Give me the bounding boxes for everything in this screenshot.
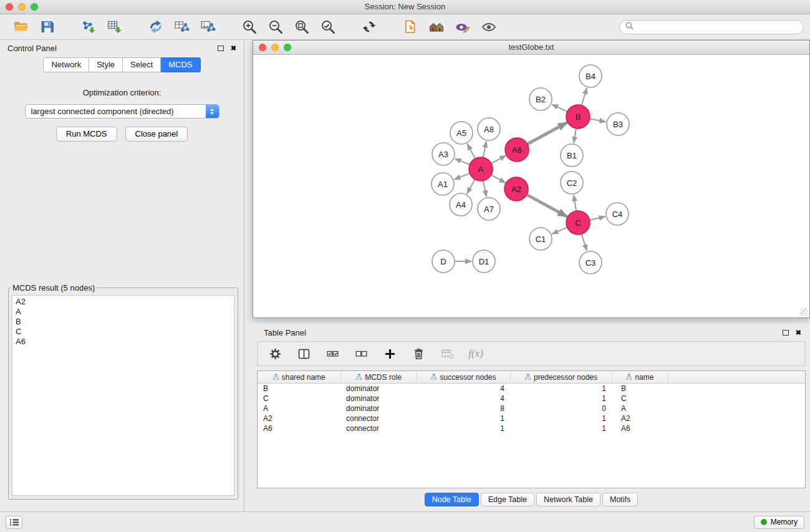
tab-mcds[interactable]: MCDS <box>161 57 200 72</box>
minimize-window-button[interactable] <box>18 3 26 11</box>
close-panel-button[interactable]: Close panel <box>125 127 188 142</box>
graph-edge-A2-C[interactable] <box>526 195 567 217</box>
network-table-icon[interactable] <box>171 16 193 37</box>
graph-edge-A-A6[interactable] <box>491 155 506 163</box>
search-input[interactable] <box>637 22 798 32</box>
table-cell[interactable]: dominator <box>340 404 417 414</box>
zoom-fit-icon[interactable] <box>291 16 313 37</box>
table-cell[interactable]: A6 <box>612 423 668 433</box>
table-cell[interactable]: 1 <box>510 414 612 423</box>
delete-table-icon[interactable] <box>439 346 455 362</box>
table-cell[interactable]: A <box>612 404 668 414</box>
graph-edge-B-B2[interactable] <box>552 104 568 112</box>
table-cell[interactable]: 1 <box>510 394 612 404</box>
table-cell[interactable]: 4 <box>417 394 510 404</box>
tab-network[interactable]: Network <box>43 57 89 72</box>
table-cell[interactable]: 1 <box>417 423 510 433</box>
zoom-in-icon[interactable] <box>238 16 261 37</box>
refresh-icon[interactable] <box>358 16 380 37</box>
graph-edge-B-B3[interactable] <box>589 118 606 122</box>
graph-edge-A-A3[interactable] <box>455 158 471 165</box>
save-icon[interactable] <box>36 16 59 37</box>
table-row[interactable]: A2connector11A2 <box>258 414 805 423</box>
result-item[interactable]: B <box>12 317 234 327</box>
table-cell[interactable]: 0 <box>510 404 612 414</box>
deselect-all-icon[interactable] <box>353 346 369 362</box>
search-field[interactable] <box>619 20 804 34</box>
panel-selector-button[interactable] <box>6 516 22 529</box>
style-eye-icon[interactable] <box>451 16 474 37</box>
table-cell[interactable]: B <box>612 384 668 394</box>
table-cell[interactable]: A6 <box>258 423 340 433</box>
table-row[interactable]: Cdominator41C <box>258 394 805 404</box>
columns-icon[interactable] <box>296 346 312 362</box>
gear-icon[interactable] <box>267 346 283 362</box>
function-builder-icon[interactable]: f(x) <box>468 346 484 362</box>
import-table-icon[interactable] <box>104 16 126 37</box>
table-cell[interactable]: A2 <box>612 414 668 423</box>
open-folder-icon[interactable] <box>10 16 32 37</box>
select-all-icon[interactable] <box>324 346 340 362</box>
column-header-predecessor-nodes[interactable]: predecessor nodes <box>510 371 612 384</box>
close-window-button[interactable] <box>6 3 13 11</box>
network-image-icon[interactable] <box>197 16 219 37</box>
graph-edge-A-A5[interactable] <box>467 144 475 159</box>
graph-edge-C-C2[interactable] <box>574 195 576 211</box>
import-network-icon[interactable] <box>77 16 100 37</box>
tab-edge-table[interactable]: Edge Table <box>481 493 534 506</box>
close-panel-icon[interactable]: ✖ <box>231 45 236 52</box>
tab-style[interactable]: Style <box>89 57 123 72</box>
graph-edge-C-C4[interactable] <box>589 216 605 220</box>
graph-edge-A-A7[interactable] <box>483 180 486 197</box>
tab-network-table[interactable]: Network Table <box>536 493 600 506</box>
table-cell[interactable]: 4 <box>417 384 510 394</box>
network-zoom-button[interactable] <box>284 44 291 51</box>
float-panel-icon[interactable] <box>218 46 224 51</box>
table-cell[interactable]: dominator <box>340 394 417 404</box>
table-cell[interactable]: dominator <box>340 384 417 394</box>
resize-grip[interactable] <box>800 308 808 316</box>
session-doc-icon[interactable] <box>399 16 422 37</box>
float-table-panel-icon[interactable] <box>783 330 789 336</box>
tab-motifs[interactable]: Motifs <box>602 493 638 506</box>
graph-edge-A6-B[interactable] <box>527 123 567 145</box>
new-network-icon[interactable] <box>145 16 167 37</box>
table-cell[interactable]: connector <box>340 423 417 433</box>
result-item[interactable]: C <box>12 327 234 337</box>
delete-row-icon[interactable] <box>410 346 427 362</box>
result-item[interactable]: A6 <box>12 337 234 347</box>
column-header-successor-nodes[interactable]: successor nodes <box>417 371 510 384</box>
tab-node-table[interactable]: Node Table <box>425 493 479 506</box>
graph-edge-B-B1[interactable] <box>574 128 576 143</box>
eye-icon[interactable] <box>478 16 500 37</box>
column-header-name[interactable]: name <box>612 371 668 384</box>
network-canvas[interactable]: AA1A2A3A4A5A6A7A8BB1B2B3B4CC1C2C3C4DD1 <box>253 55 809 317</box>
table-cell[interactable]: C <box>612 394 668 404</box>
table-cell[interactable]: C <box>258 394 340 404</box>
result-item[interactable]: A <box>12 307 234 317</box>
column-header-MCDS-role[interactable]: MCDS role <box>340 371 417 384</box>
add-row-icon[interactable] <box>382 346 398 362</box>
run-mcds-button[interactable]: Run MCDS <box>56 127 117 142</box>
graph-edge-A-A8[interactable] <box>483 142 486 158</box>
graph-edge-A-A4[interactable] <box>467 179 475 194</box>
table-row[interactable]: A6connector11A6 <box>258 423 805 433</box>
table-cell[interactable]: A2 <box>258 414 340 423</box>
graph-edge-A-A2[interactable] <box>491 175 506 183</box>
table-cell[interactable]: connector <box>340 414 417 423</box>
table-row[interactable]: Bdominator41B <box>258 384 805 394</box>
network-close-button[interactable] <box>259 44 266 51</box>
table-cell[interactable]: B <box>258 384 340 394</box>
column-header-shared-name[interactable]: shared name <box>258 371 340 384</box>
close-table-panel-icon[interactable]: ✖ <box>796 329 801 336</box>
criterion-dropdown[interactable]: largest connected component (directed) <box>25 104 219 118</box>
zoom-selected-icon[interactable] <box>317 16 339 37</box>
result-item[interactable]: A2 <box>12 297 234 307</box>
tab-select[interactable]: Select <box>123 57 161 72</box>
graph-edge-A-A1[interactable] <box>455 173 471 180</box>
graph-edge-C-C3[interactable] <box>581 233 587 251</box>
graph-edge-C-C1[interactable] <box>552 227 567 234</box>
graph-edge-B-B4[interactable] <box>581 88 587 106</box>
table-cell[interactable]: 8 <box>417 404 510 414</box>
table-cell[interactable]: A <box>258 404 340 414</box>
